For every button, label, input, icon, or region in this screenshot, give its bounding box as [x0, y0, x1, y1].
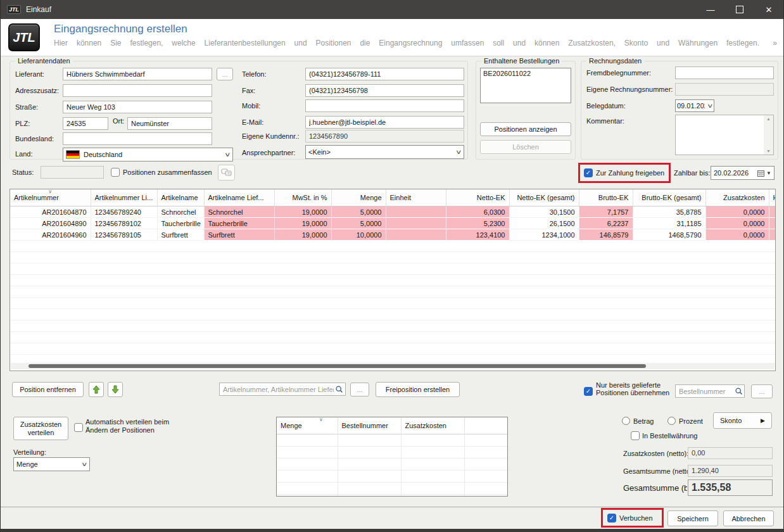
- move-up-button[interactable]: [89, 382, 104, 397]
- title-bar: JTL Einkauf — ✕: [1, 0, 783, 19]
- merge-positions-checkbox[interactable]: [111, 168, 120, 177]
- remove-position-button[interactable]: Position entfernen: [12, 382, 84, 397]
- cell: Taucherbrille: [157, 218, 204, 229]
- gesamtsumme-netto-label: Gesamtsumme (netto): [623, 467, 692, 475]
- grid-horizontal-scrollbar[interactable]: [11, 363, 775, 369]
- scroll-down-icon[interactable]: ▼: [766, 149, 771, 153]
- belegdatum-datepicker[interactable]: 09.01.2026 ∨: [675, 99, 714, 112]
- save-button[interactable]: Speichern: [667, 510, 718, 526]
- lieferant-field[interactable]: [63, 68, 212, 80]
- auto-distribute-label: Automatisch verteilen beim Ändern der Po…: [85, 418, 187, 434]
- prozent-radio[interactable]: [667, 417, 676, 425]
- column-header-artikelname-lieferant[interactable]: Artikelname Lief...: [204, 189, 274, 206]
- minimize-button[interactable]: —: [696, 0, 725, 19]
- column-header-netto-ek[interactable]: Netto-EK: [446, 189, 509, 206]
- column-header-menge[interactable]: Menge: [331, 189, 386, 206]
- fremdbelegnummer-field[interactable]: [675, 66, 774, 79]
- allocation-table: ∨Menge Bestellnummer Zusatzkosten: [276, 417, 508, 497]
- distribute-costs-button[interactable]: Zusatzkosten verteilen: [13, 417, 68, 440]
- zusatzkosten-netto-field: 0,00: [688, 447, 773, 459]
- cell: 146,8579: [579, 229, 633, 241]
- adresszusatz-field[interactable]: [63, 84, 212, 97]
- kundennr-label: Eigene Kundennr.:: [242, 132, 300, 140]
- close-button[interactable]: ✕: [754, 0, 783, 19]
- zahlbar-bis-value: 20.02.2026: [714, 169, 749, 177]
- arrow-down-icon: [111, 385, 119, 394]
- kommentar-textarea[interactable]: ▲ ▼: [675, 115, 774, 155]
- cell: AR201604870: [10, 206, 91, 218]
- cell: 123456789102: [91, 218, 157, 229]
- position-row[interactable]: AR201604890 123456789102 Taucherbrille T…: [10, 218, 776, 229]
- column-header-artikelname[interactable]: Artikelname: [157, 189, 204, 206]
- order-list-item[interactable]: BE2026011022: [483, 70, 568, 77]
- position-row[interactable]: AR201604960 123456789105 Surfbrett Surfb…: [10, 229, 776, 241]
- cell: 5,0000: [331, 206, 386, 218]
- auto-distribute-checkbox[interactable]: [74, 423, 83, 432]
- article-search-input[interactable]: [219, 383, 346, 396]
- alloc-column-empty[interactable]: [464, 417, 507, 434]
- email-field[interactable]: [305, 116, 464, 129]
- column-header-mwst[interactable]: MwSt. in %: [274, 189, 331, 206]
- cancel-button[interactable]: Abbrechen: [723, 510, 774, 526]
- sort-icon: ∨: [319, 417, 323, 422]
- orders-listbox[interactable]: BE2026011022: [480, 68, 571, 103]
- lieferant-browse-button[interactable]: ...: [217, 68, 233, 80]
- order-browse-button[interactable]: ...: [751, 384, 773, 398]
- cell: 1234,1000: [509, 229, 579, 241]
- alloc-column-menge[interactable]: ∨Menge: [277, 417, 338, 434]
- email-label: E-Mail:: [242, 118, 263, 126]
- skonto-button[interactable]: Skonto ▶: [713, 412, 772, 429]
- ort-label: Ort:: [113, 117, 124, 125]
- subtitle-more-link[interactable]: »: [773, 39, 777, 48]
- ort-field[interactable]: [127, 117, 212, 130]
- move-down-button[interactable]: [108, 382, 123, 397]
- empty-row: [277, 434, 507, 446]
- order-currency-checkbox[interactable]: [631, 431, 640, 440]
- maximize-button[interactable]: [725, 0, 754, 19]
- telefon-label: Telefon:: [242, 70, 267, 78]
- delete-order-button[interactable]: Löschen: [480, 140, 571, 154]
- merge-positions-label: Positionen zusammenfassen: [123, 168, 212, 176]
- scrollbar-thumb[interactable]: [28, 364, 646, 368]
- fax-label: Fax:: [242, 87, 255, 94]
- alloc-column-zusatzkosten[interactable]: Zusatzkosten: [401, 417, 464, 434]
- column-header-h[interactable]: H: [769, 189, 776, 206]
- column-header-artikelnummer-lieferant[interactable]: Artikelnummer Li...: [91, 189, 157, 206]
- column-header-einheit[interactable]: Einheit: [386, 189, 446, 206]
- belegdatum-label: Belegdatum:: [586, 102, 626, 110]
- fax-field[interactable]: [305, 84, 464, 97]
- verteilung-combobox[interactable]: Menge ∨: [13, 457, 90, 471]
- article-browse-button[interactable]: ...: [350, 383, 369, 396]
- freeposition-button[interactable]: Freiposition erstellen: [376, 382, 460, 397]
- column-header-brutto-ek[interactable]: Brutto-EK: [579, 189, 633, 206]
- bundesland-field[interactable]: [63, 132, 212, 145]
- verbuchen-checkbox[interactable]: ✓: [607, 514, 616, 522]
- cell: Surfbrett: [204, 229, 274, 241]
- zahlbar-bis-datepicker[interactable]: 20.02.2026 ▼: [711, 166, 775, 180]
- mobil-field[interactable]: [305, 99, 464, 112]
- column-header-netto-ek-gesamt[interactable]: Netto-EK (gesamt): [509, 189, 579, 206]
- cell: AR201604960: [10, 229, 91, 241]
- delivered-only-checkbox[interactable]: ✓: [584, 387, 593, 396]
- merge-help-button[interactable]: ?: [218, 165, 235, 180]
- alloc-column-bestellnummer[interactable]: Bestellnummer: [338, 417, 401, 434]
- skonto-button-label: Skonto: [720, 417, 742, 424]
- column-header-zusatzkosten[interactable]: Zusatzkosten: [705, 189, 769, 206]
- betrag-radio[interactable]: [622, 417, 630, 425]
- column-header-brutto-ek-gesamt[interactable]: Brutto-EK (gesamt): [633, 189, 705, 206]
- release-payment-checkbox[interactable]: ✓: [584, 168, 593, 177]
- ansprechpartner-combobox[interactable]: <Kein> ∨: [305, 145, 464, 159]
- strasse-field[interactable]: [63, 101, 212, 113]
- land-combobox[interactable]: Deutschland ∨: [63, 148, 233, 162]
- plz-field[interactable]: [63, 117, 108, 130]
- land-label: Land:: [15, 150, 33, 158]
- column-header-artikelnummer[interactable]: ∨Artikelnummer: [10, 189, 91, 206]
- scroll-up-icon[interactable]: ▲: [766, 117, 771, 121]
- cell: 19,0000: [274, 218, 331, 229]
- telefon-field[interactable]: [305, 68, 464, 80]
- show-positions-button[interactable]: Positionen anzeigen: [480, 122, 571, 136]
- cell: [386, 229, 446, 241]
- position-row[interactable]: AR201604870 123456789240 Schnorchel Schn…: [10, 206, 776, 218]
- kommentar-scrollbar[interactable]: ▲ ▼: [764, 115, 773, 155]
- cell: 6,0300: [446, 206, 509, 218]
